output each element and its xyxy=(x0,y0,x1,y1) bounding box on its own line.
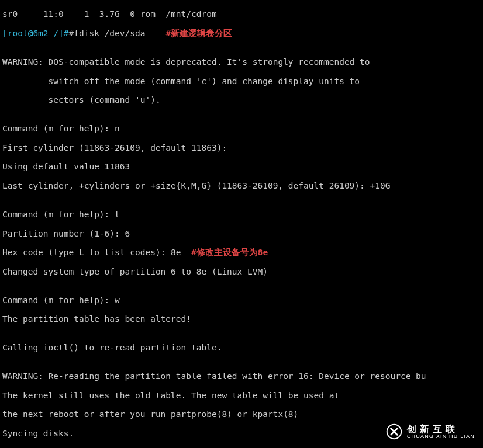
output-line: switch off the mode (command 'c') and ch… xyxy=(2,77,481,86)
output-line: Changed system type of partition 6 to 8e… xyxy=(2,267,481,276)
annotation: #新建逻辑卷分区 xyxy=(165,29,232,38)
logo-text-pinyin: CHUANG XIN HU LIAN xyxy=(407,434,475,439)
output-line: The partition table has been altered! xyxy=(2,314,481,324)
output-line: First cylinder (11863-26109, default 118… xyxy=(2,143,481,152)
logo-text-cn: 创新互联 xyxy=(407,425,475,434)
prompt-line: [root@6m2 /]##fdisk /dev/sda #新建逻辑卷分区 xyxy=(2,29,481,38)
output-line: the next reboot or after you run partpro… xyxy=(2,409,481,419)
output-line: Using default value 11863 xyxy=(2,162,481,171)
terminal[interactable]: sr0 11:0 1 3.7G 0 rom /mnt/cdrom [root@6… xyxy=(0,0,483,448)
hex-code-line: Hex code (type L to list codes): 8e xyxy=(2,248,181,257)
logo-mark-icon xyxy=(386,423,402,440)
output-line: The kernel still uses the old table. The… xyxy=(2,391,481,400)
shell-prompt: [root@6m2 /]# xyxy=(2,29,69,38)
output-line: sr0 11:0 1 3.7G 0 rom /mnt/cdrom xyxy=(2,9,481,19)
output-line: Command (m for help): w xyxy=(2,296,481,305)
output-line: Command (m for help): t xyxy=(2,210,481,219)
shell-command: fdisk /dev/sda xyxy=(74,29,145,38)
output-line: WARNING: DOS-compatible mode is deprecat… xyxy=(2,57,481,67)
output-line: sectors (command 'u'). xyxy=(2,95,481,105)
output-line: WARNING: Re-reading the partition table … xyxy=(2,371,481,381)
prompt-hash: # xyxy=(69,29,74,38)
output-line: Calling ioctl() to re-read partition tab… xyxy=(2,343,481,352)
annotation: #修改主设备号为8e xyxy=(191,248,268,257)
watermark-logo: 创新互联 CHUANG XIN HU LIAN xyxy=(386,423,475,440)
output-line: Partition number (1-6): 6 xyxy=(2,229,481,238)
output-line: Hex code (type L to list codes): 8e #修改主… xyxy=(2,248,481,257)
output-line: Last cylinder, +cylinders or +size{K,M,G… xyxy=(2,181,481,190)
output-line: Command (m for help): n xyxy=(2,124,481,133)
